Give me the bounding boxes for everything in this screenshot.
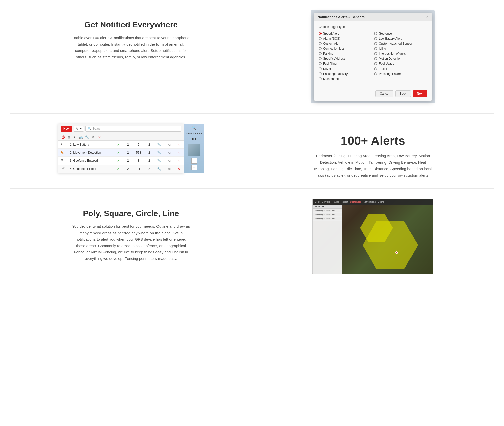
notified-heading: Get Notified Everywhere bbox=[15, 20, 247, 29]
cancel-button[interactable]: Cancel bbox=[375, 90, 393, 97]
edit-icon-3[interactable]: 🔧 bbox=[157, 159, 161, 162]
radio-option-trailer[interactable]: Trailer bbox=[374, 67, 427, 71]
refresh-icon[interactable]: ↻ bbox=[73, 135, 77, 139]
alerts-list-panel: New All ▾ 🔍 Search ⏻ ⊞ ↻ 🚌 🔧 bbox=[58, 124, 184, 173]
geo-panel-row-1: Geofence(consumer unit) bbox=[313, 209, 342, 213]
trigger-label: Choose trigger type: bbox=[319, 25, 427, 29]
modal-titlebar: Notifications Alerts & Sensors × bbox=[314, 13, 432, 21]
search-placeholder: Search bbox=[92, 127, 102, 130]
radio-option-maintenance[interactable]: Maintenance bbox=[319, 77, 372, 81]
radio-option-alarm[interactable]: Alarm (SOS) bbox=[319, 37, 372, 40]
radio-icon-passenger-alarm bbox=[374, 72, 377, 75]
geo-panel-row-3: Geofence(consumer unit) bbox=[313, 217, 342, 221]
check-icon-4: ✓ bbox=[117, 167, 120, 171]
radio-icon-low-battery bbox=[374, 37, 377, 40]
delete-icon-4[interactable]: ✕ bbox=[178, 167, 180, 171]
radio-icon-idling bbox=[374, 47, 377, 50]
filter-dropdown[interactable]: All ▾ bbox=[74, 126, 84, 132]
zoom-out-button[interactable]: − bbox=[191, 165, 197, 170]
radio-option-empty bbox=[374, 77, 427, 81]
radio-grid: Speed Alert Geofence Alarm (SOS) bbox=[319, 32, 427, 81]
radio-label-idling: Idling bbox=[379, 47, 386, 50]
radio-icon-speed bbox=[319, 32, 322, 35]
row-icon-geofence-exit bbox=[58, 165, 67, 173]
radio-option-connection-loss[interactable]: Connection loss bbox=[319, 47, 372, 50]
delete-icon-2[interactable]: ✕ bbox=[178, 151, 180, 154]
radio-label-connection-loss: Connection loss bbox=[323, 47, 344, 50]
copy-icon-4[interactable]: ⧉ bbox=[168, 167, 171, 171]
row-icon-geofence-enter bbox=[58, 157, 67, 165]
copy-icon-3[interactable]: ⧉ bbox=[168, 159, 171, 162]
table-row: 4. Geofence Exited ✓ 2 11 2 🔧 ⧉ ✕ bbox=[58, 165, 184, 173]
radio-label-maintenance: Maintenance bbox=[323, 77, 340, 81]
radio-option-fuel-usage[interactable]: Fuel Usage bbox=[374, 62, 427, 65]
map-thumbnail bbox=[188, 144, 200, 156]
map-search-icon[interactable]: 🔍 bbox=[192, 126, 196, 130]
copy-icon[interactable]: ⧉ bbox=[91, 135, 96, 139]
radio-icon-connection-loss bbox=[319, 47, 322, 50]
modal-title: Notifications Alerts & Sensors bbox=[318, 15, 365, 19]
delete-icon-3[interactable]: ✕ bbox=[178, 159, 180, 162]
copy-icon-2[interactable]: ⧉ bbox=[168, 151, 171, 154]
radio-option-geofence[interactable]: Geofence bbox=[374, 32, 427, 35]
section-alerts: New All ▾ 🔍 Search ⏻ ⊞ ↻ 🚌 🔧 bbox=[0, 114, 504, 188]
svg-point-4 bbox=[62, 152, 63, 153]
map-marker bbox=[395, 251, 398, 254]
copy-icon-1[interactable]: ⧉ bbox=[168, 143, 171, 146]
modal-alerts-sensors: Notifications Alerts & Sensors × Choose … bbox=[314, 13, 432, 101]
radio-label-motion-detection: Motion Detection bbox=[379, 57, 401, 60]
radio-option-speed-alert[interactable]: Speed Alert bbox=[319, 32, 372, 35]
radio-icon-driver bbox=[319, 67, 322, 70]
gps-toolbar-label: GPS bbox=[315, 201, 320, 203]
zoom-controls: + − bbox=[191, 158, 197, 170]
alert-name-3: 3. Geofence Entered bbox=[67, 157, 113, 165]
radio-option-fuel-filling[interactable]: Fuel filling bbox=[319, 62, 372, 65]
radio-option-custom-sensor[interactable]: Custom Attached Sensor bbox=[374, 42, 427, 45]
check-icon-1: ✓ bbox=[117, 143, 120, 147]
search-input-box[interactable]: 🔍 Search bbox=[85, 126, 181, 132]
delete-icon-1[interactable]: ✕ bbox=[178, 143, 180, 146]
alerts-toolbar: New All ▾ 🔍 Search bbox=[58, 124, 184, 134]
geofence-toolbar: GPS Monitors Tracks Report Geofences Not… bbox=[313, 199, 433, 205]
radio-icon-custom-alert bbox=[319, 42, 322, 45]
radio-icon-alarm bbox=[319, 37, 322, 40]
radio-option-motion-detection[interactable]: Motion Detection bbox=[374, 57, 427, 60]
alerts-table: 1. Low Battery ✓ 2 6 2 🔧 ⧉ ✕ bbox=[58, 141, 184, 173]
zoom-in-button[interactable]: + bbox=[191, 158, 197, 164]
geofence-map-bg: GPS Monitors Tracks Report Geofences Not… bbox=[313, 199, 433, 274]
power-icon[interactable]: ⏻ bbox=[61, 135, 65, 139]
radio-option-passenger-alarm[interactable]: Passenger alarm bbox=[374, 72, 427, 76]
edit-icon-1[interactable]: 🔧 bbox=[157, 143, 161, 146]
radio-option-idling[interactable]: Idling bbox=[374, 47, 427, 50]
radio-icon-parking bbox=[319, 52, 322, 55]
edit-icon-4[interactable]: 🔧 bbox=[157, 167, 161, 171]
svg-rect-1 bbox=[64, 144, 64, 145]
radio-option-driver[interactable]: Driver bbox=[319, 67, 372, 71]
radio-option-custom-alert[interactable]: Custom Alert bbox=[319, 42, 372, 45]
close-action-icon[interactable]: ✕ bbox=[97, 135, 102, 139]
radio-option-interposition[interactable]: Interposition of units bbox=[374, 52, 427, 55]
eye-icon[interactable]: 👁 bbox=[192, 137, 196, 142]
radio-option-parking[interactable]: Parking bbox=[319, 52, 372, 55]
tool-icon[interactable]: 🔧 bbox=[85, 135, 89, 139]
users-toolbar-label: Users bbox=[378, 201, 384, 203]
alert-name-2: 2. Movement Detection bbox=[67, 149, 113, 157]
back-button[interactable]: Back bbox=[395, 90, 411, 97]
modal-close-button[interactable]: × bbox=[426, 15, 428, 19]
geo-panel-header: Geofences bbox=[313, 205, 342, 209]
radio-option-low-battery[interactable]: Low Battery Alert bbox=[374, 37, 427, 40]
modal-wrapper: Notifications Alerts & Sensors × Choose … bbox=[311, 10, 435, 103]
notifications-toolbar-label: Notifications bbox=[363, 201, 376, 203]
bus-icon[interactable]: 🚌 bbox=[79, 135, 83, 139]
table-row: 2. Movement Detection ✓ 2 578 2 🔧 ⧉ ✕ bbox=[58, 149, 184, 157]
map-location-label: Santa Catalina bbox=[186, 132, 202, 135]
edit-icon-2[interactable]: 🔧 bbox=[157, 151, 161, 154]
radio-option-passenger-activity[interactable]: Passenger activity bbox=[319, 72, 372, 76]
next-button[interactable]: Next bbox=[413, 90, 427, 97]
new-alert-button[interactable]: New bbox=[61, 126, 72, 132]
radio-label-custom-sensor: Custom Attached Sensor bbox=[379, 42, 412, 45]
dropdown-label: All bbox=[76, 127, 79, 130]
radio-option-specific-address[interactable]: Specific Address bbox=[319, 57, 372, 60]
radio-icon-maintenance bbox=[319, 77, 322, 80]
table-icon[interactable]: ⊞ bbox=[67, 135, 71, 139]
